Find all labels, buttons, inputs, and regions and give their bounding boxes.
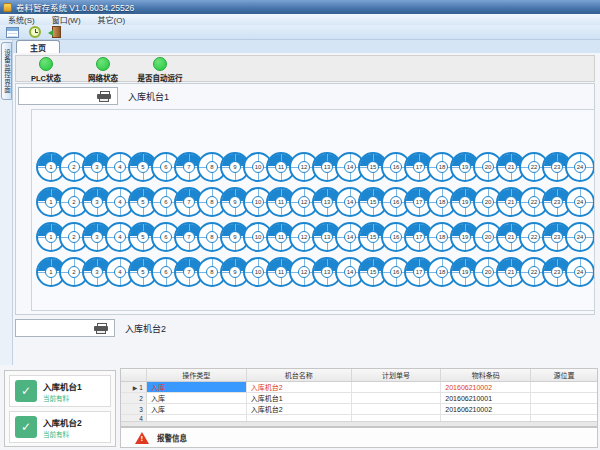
check-icon: ✓	[15, 380, 37, 402]
printer-icon	[94, 323, 108, 334]
column-header-0[interactable]: 操作类型	[147, 369, 247, 381]
cell-3-2[interactable]	[352, 404, 442, 414]
cell-1-1[interactable]: 入库机台2	[247, 382, 352, 392]
cell-3-0[interactable]: 入库	[147, 404, 247, 414]
row-header[interactable]: 3	[121, 404, 147, 414]
column-header-3[interactable]: 物料条码	[441, 369, 531, 381]
status-green-dot	[96, 57, 110, 71]
table-horizontal-scrollbar[interactable]	[121, 421, 597, 426]
table-row-2[interactable]: 2入库入库机台1201606210001	[121, 393, 597, 404]
cell-4-4[interactable]	[531, 415, 597, 421]
table-row-4[interactable]: 4	[121, 415, 597, 421]
side-panel-tab-label: 设备监控界面	[2, 49, 12, 94]
alarm-bar: 报警信息	[120, 427, 598, 448]
cell-3-4[interactable]	[531, 404, 597, 414]
cell-2-4[interactable]	[531, 393, 597, 403]
status-label: 网络状态	[88, 72, 118, 83]
task-table: 操作类型机台名称计划单号物料条码源位置 ▶1入库入库机台220160621000…	[120, 368, 598, 427]
reel-slot-2-24[interactable]: 24	[565, 187, 595, 217]
machine1-header: 入库机台1	[18, 87, 169, 105]
table-row-3[interactable]: 3入库入库机台2201606210002	[121, 404, 597, 415]
reel-slot-3-24[interactable]: 24	[565, 222, 595, 252]
reel-row-2: 123456789101112131415161718192021222324	[36, 187, 594, 217]
status-green-dot	[153, 57, 167, 71]
card-status: 当前有料	[43, 393, 82, 403]
tool-bar	[0, 25, 600, 40]
cell-1-4[interactable]	[531, 382, 597, 392]
machine-card-1[interactable]: ✓入库机台1当前有料	[9, 375, 111, 407]
cell-3-3[interactable]: 201606210002	[441, 404, 531, 414]
machine2-printer-button[interactable]	[15, 319, 115, 337]
menu-other[interactable]: 其它(O)	[98, 14, 126, 25]
cell-1-3[interactable]: 201606210002	[441, 382, 531, 392]
cell-1-0[interactable]: 入库	[147, 382, 247, 392]
column-header-2[interactable]: 计划单号	[352, 369, 442, 381]
collapsed-side-panel: 设备监控界面	[0, 40, 13, 365]
status-label: PLC状态	[31, 72, 61, 83]
cell-3-1[interactable]: 入库机台2	[247, 404, 352, 414]
table-row-1[interactable]: ▶1入库入库机台2201606210002	[121, 382, 597, 393]
cell-2-2[interactable]	[352, 393, 442, 403]
warning-triangle-icon	[135, 432, 149, 444]
card-texts: 入库机台2当前有料	[43, 416, 82, 439]
machine1-label: 入库机台1	[128, 90, 169, 103]
tab-strip: 主页	[0, 40, 600, 53]
tab-home[interactable]: 主页	[16, 40, 60, 53]
machine2-header: 入库机台2	[15, 317, 595, 339]
column-header-1[interactable]: 机台名称	[247, 369, 352, 381]
machine1-printer-button[interactable]	[18, 87, 118, 105]
row-header[interactable]: ▶1	[121, 382, 147, 392]
reel-row-4: 123456789101112131415161718192021222324	[36, 257, 594, 287]
reel-slot-1-24[interactable]: 24	[565, 152, 595, 182]
app-window: 卷料暂存系统 V1.0.6034.25526 系统(S) 窗口(W) 其它(O)…	[0, 0, 600, 450]
cell-4-1[interactable]	[247, 415, 352, 421]
status-label: 是否自动运行	[138, 72, 183, 83]
card-title: 入库机台2	[43, 416, 82, 428]
row-header[interactable]: 4	[121, 415, 147, 421]
status-item-1: 网络状态	[79, 57, 127, 83]
card-title: 入库机台1	[43, 380, 82, 392]
cell-2-0[interactable]: 入库	[147, 393, 247, 403]
status-panel: PLC状态网络状态是否自动运行	[15, 55, 595, 82]
reel-row-1: 123456789101112131415161718192021222324	[36, 152, 594, 182]
current-row-arrow: ▶	[133, 384, 138, 391]
menu-system[interactable]: 系统(S)	[8, 14, 35, 25]
calendar-icon[interactable]	[5, 26, 20, 39]
cell-4-2[interactable]	[352, 415, 442, 421]
clock-icon[interactable]	[27, 26, 42, 39]
printer-icon	[97, 91, 111, 102]
machine-card-2[interactable]: ✓入库机台2当前有料	[9, 411, 111, 443]
machine-status-cards: ✓入库机台1当前有料✓入库机台2当前有料	[4, 370, 116, 447]
alarm-label: 报警信息	[157, 432, 187, 443]
cell-2-3[interactable]: 201606210001	[441, 393, 531, 403]
card-status: 当前有料	[43, 429, 82, 439]
cell-4-3[interactable]	[441, 415, 531, 421]
row-header[interactable]: 2	[121, 393, 147, 403]
card-texts: 入库机台1当前有料	[43, 380, 82, 403]
column-header-4[interactable]: 源位置	[531, 369, 597, 381]
table-header-row: 操作类型机台名称计划单号物料条码源位置	[121, 369, 597, 382]
menu-bar: 系统(S) 窗口(W) 其它(O)	[0, 14, 600, 25]
cell-4-0[interactable]	[147, 415, 247, 421]
side-panel-vertical-tab[interactable]: 设备监控界面	[1, 42, 12, 100]
status-item-0: PLC状态	[22, 57, 70, 83]
menu-window[interactable]: 窗口(W)	[52, 14, 81, 25]
exit-door-icon[interactable]	[49, 26, 64, 39]
reel-row-3: 123456789101112131415161718192021222324	[36, 222, 594, 252]
table-corner-header	[121, 369, 147, 381]
title-bar[interactable]: 卷料暂存系统 V1.0.6034.25526	[0, 0, 600, 14]
check-icon: ✓	[15, 416, 37, 438]
machine2-label: 入库机台2	[125, 322, 166, 335]
reel-slot-4-24[interactable]: 24	[565, 257, 595, 287]
machine1-group: 入库机台1 1234567891011121314151617181920212…	[15, 83, 595, 315]
cell-2-1[interactable]: 入库机台1	[247, 393, 352, 403]
cell-1-2[interactable]	[352, 382, 442, 392]
reel-panel: 1234567891011121314151617181920212223241…	[31, 109, 595, 311]
status-item-2: 是否自动运行	[136, 57, 184, 83]
table-body: ▶1入库入库机台22016062100022入库入库机台120160621000…	[121, 382, 597, 421]
app-icon	[3, 3, 12, 12]
status-green-dot	[39, 57, 53, 71]
window-title: 卷料暂存系统 V1.0.6034.25526	[16, 1, 134, 13]
